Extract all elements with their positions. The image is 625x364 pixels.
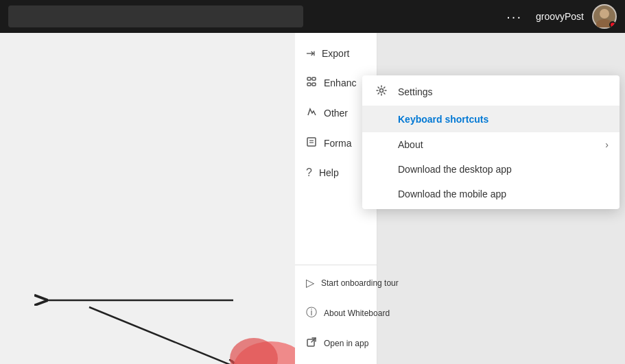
menu-item-open-in-app-label: Open in app xyxy=(324,339,368,348)
dropdown-item-keyboard-shortcuts[interactable]: ⌨ Keyboard shortcuts xyxy=(362,106,620,132)
download-mobile-label: Download the mobile app xyxy=(398,189,506,199)
menu-item-enhance-label: Enhanc xyxy=(324,77,356,88)
dropdown-item-download-desktop[interactable]: Download the desktop app xyxy=(362,157,620,182)
more-options-button[interactable]: ··· xyxy=(501,6,528,27)
export-icon: ⇥ xyxy=(306,47,315,60)
avatar-notification-badge xyxy=(609,21,616,28)
about-chevron-icon: › xyxy=(605,139,609,150)
avatar[interactable] xyxy=(592,4,617,29)
open-in-app-icon xyxy=(306,337,317,350)
svg-rect-9 xyxy=(312,83,316,86)
menu-item-export[interactable]: ⇥ Export xyxy=(295,38,377,68)
onboarding-icon: ▷ xyxy=(306,276,314,289)
help-icon: ? xyxy=(306,167,312,179)
menu-item-format-label: Forma xyxy=(324,138,351,149)
about-whiteboard-icon: ⓘ xyxy=(306,306,317,320)
svg-line-14 xyxy=(311,338,316,342)
menu-item-onboarding-label: Start onboarding tour xyxy=(321,278,399,288)
menu-item-about-whiteboard[interactable]: ⓘ About Whiteboard xyxy=(295,298,377,328)
format-icon xyxy=(306,136,317,150)
search-bar[interactable] xyxy=(8,5,303,27)
dropdown-item-settings[interactable]: Settings xyxy=(362,78,620,106)
svg-point-15 xyxy=(380,89,384,93)
topbar-right: ··· groovyPost xyxy=(501,4,617,29)
menu-item-other-label: Other xyxy=(324,108,348,119)
dropdown-item-about[interactable]: About › xyxy=(362,132,620,157)
whiteboard-canvas[interactable] xyxy=(0,33,295,364)
about-label: About xyxy=(398,139,423,150)
download-desktop-label: Download the desktop app xyxy=(398,164,512,175)
username-label: groovyPost xyxy=(536,11,584,22)
svg-rect-6 xyxy=(307,77,311,80)
settings-icon xyxy=(376,85,390,99)
keyboard-shortcuts-label: Keyboard shortcuts xyxy=(398,114,488,125)
svg-rect-7 xyxy=(312,77,316,80)
menu-item-open-in-app[interactable]: Open in app xyxy=(295,328,377,359)
menu-item-onboarding[interactable]: ▷ Start onboarding tour xyxy=(295,268,377,298)
enhance-icon xyxy=(306,76,317,90)
menu-item-about-whiteboard-label: About Whiteboard xyxy=(324,308,390,318)
svg-rect-8 xyxy=(307,83,311,86)
svg-line-3 xyxy=(89,307,240,364)
topbar: ··· groovyPost xyxy=(0,0,625,33)
dropdown-menu: Settings ⌨ Keyboard shortcuts About › Do… xyxy=(362,75,620,209)
menu-item-export-label: Export xyxy=(322,48,349,59)
svg-rect-10 xyxy=(307,138,316,146)
settings-label: Settings xyxy=(398,86,433,97)
main-area: ⇥ Export Enhanc Other xyxy=(0,33,625,364)
topbar-left xyxy=(8,5,303,27)
svg-point-0 xyxy=(600,9,609,19)
menu-item-help-label: Help xyxy=(319,167,339,178)
other-icon xyxy=(306,106,317,120)
dropdown-item-download-mobile[interactable]: Download the mobile app xyxy=(362,182,620,206)
